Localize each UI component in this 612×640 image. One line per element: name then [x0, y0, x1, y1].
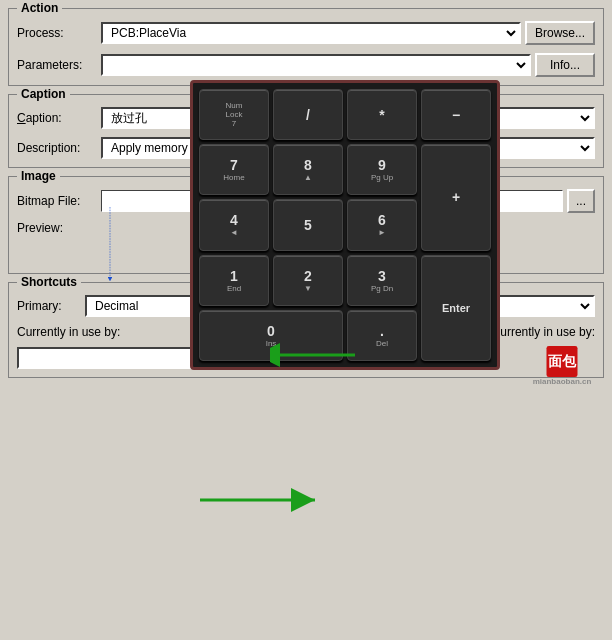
bitmap-browse-button[interactable]: ...	[567, 189, 595, 213]
key-plus[interactable]: +	[421, 144, 491, 250]
svg-text:面包: 面包	[548, 353, 577, 369]
caption-group-title: Caption	[17, 87, 70, 101]
watermark-logo: 面包	[544, 346, 580, 377]
inuse2-label: Currently in use by:	[492, 325, 595, 339]
key-dot[interactable]: . Del	[347, 310, 417, 361]
parameters-dropdown-wrapper[interactable]	[101, 54, 531, 76]
process-label: Process:	[17, 26, 97, 40]
parameters-row: Parameters: Info...	[17, 53, 595, 77]
key-minus[interactable]: −	[421, 89, 491, 140]
key-8[interactable]: 8 ▲	[273, 144, 343, 195]
inuse1-dropdown-wrapper[interactable]	[17, 347, 217, 369]
key-5[interactable]: 5	[273, 199, 343, 250]
main-container: Action Process: PCB:PlaceVia Browse... P…	[0, 0, 612, 394]
parameters-label: Parameters:	[17, 58, 97, 72]
key-0[interactable]: 0 Ins	[199, 310, 343, 361]
inuse1-select[interactable]	[17, 347, 217, 369]
action-group-title: Action	[17, 1, 62, 15]
key-3[interactable]: 3 Pg Dn	[347, 255, 417, 306]
browse-button[interactable]: Browse...	[525, 21, 595, 45]
info-button[interactable]: Info...	[535, 53, 595, 77]
caption-label: Caption:	[17, 111, 97, 125]
primary-label: Primary:	[17, 299, 77, 313]
key-6[interactable]: 6 ►	[347, 199, 417, 250]
key-7[interactable]: 7 Home	[199, 144, 269, 195]
green-arrow-2	[195, 480, 325, 520]
key-2[interactable]: 2 ▼	[273, 255, 343, 306]
watermark: 面包 mianbaoban.cn	[522, 346, 602, 386]
keyboard-overlay: Num Lock 7 / * − 7 Home 8 ▲ 9 Pg Up	[190, 80, 500, 370]
parameters-select[interactable]	[101, 54, 531, 76]
inuse1-label: Currently in use by:	[17, 325, 120, 339]
process-row: Process: PCB:PlaceVia Browse...	[17, 21, 595, 45]
key-1[interactable]: 1 End	[199, 255, 269, 306]
key-multiply[interactable]: *	[347, 89, 417, 140]
key-numlock[interactable]: Num Lock 7	[199, 89, 269, 140]
preview-label: Preview:	[17, 221, 97, 235]
bitmap-label: Bitmap File:	[17, 194, 97, 208]
description-label: Description:	[17, 141, 97, 155]
key-9[interactable]: 9 Pg Up	[347, 144, 417, 195]
key-4[interactable]: 4 ◄	[199, 199, 269, 250]
watermark-text: mianbaoban.cn	[533, 377, 592, 386]
process-select[interactable]: PCB:PlaceVia	[101, 22, 521, 44]
key-divide[interactable]: /	[273, 89, 343, 140]
key-enter[interactable]: Enter	[421, 255, 491, 361]
image-group-title: Image	[17, 169, 60, 183]
process-dropdown-wrapper[interactable]: PCB:PlaceVia	[101, 22, 521, 44]
action-group: Action Process: PCB:PlaceVia Browse... P…	[8, 8, 604, 86]
shortcuts-group-title: Shortcuts	[17, 275, 81, 289]
